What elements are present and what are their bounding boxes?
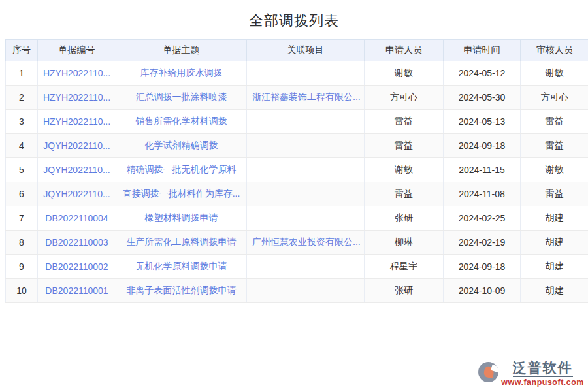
cell-apply_date: 2024-09-18 (444, 255, 521, 279)
doc-no-link[interactable]: HZYH2022110... (43, 68, 110, 78)
doc-no-link[interactable]: JQYH2022110... (43, 165, 110, 175)
cell-project (247, 61, 365, 86)
table-row: 8DB2022110003生产所需化工原料调拨申请广州恒慧农业投资有限公...柳… (6, 231, 588, 255)
subject-link[interactable]: 销售所需化学材料调拨 (136, 116, 227, 126)
cell-applicant: 雷益 (365, 134, 444, 158)
cell-seq: 10 (6, 279, 38, 303)
subject-link[interactable]: 直接调拨一批材料作为库存... (123, 188, 240, 199)
cell-reviewer: 谢敏 (521, 61, 588, 86)
subject-link[interactable]: 化学试剂精确调拨 (145, 140, 218, 150)
vendor-url: www.fanpusoft.com (501, 378, 584, 387)
cell-seq: 7 (6, 206, 38, 231)
cell-doc_no: DB2022110001 (38, 279, 116, 303)
doc-no-link[interactable]: DB2022110002 (45, 261, 108, 272)
table-body: 1HZYH2022110...库存补给用胶水调拨谢敏2024-05-12谢敏2H… (6, 61, 588, 303)
cell-subject: 销售所需化学材料调拨 (116, 110, 247, 134)
cell-subject: 汇总调拨一批涂料喷漆 (116, 86, 247, 110)
doc-no-link[interactable]: JQYH2022110... (43, 140, 110, 151)
cell-subject: 库存补给用胶水调拨 (116, 61, 247, 86)
cell-applicant: 雷益 (365, 110, 444, 134)
cell-subject: 生产所需化工原料调拨申请 (116, 231, 247, 255)
cell-seq: 6 (6, 182, 38, 206)
table-row: 6JQYH2022110...直接调拨一批材料作为库存...雷益2024-11-… (6, 182, 588, 206)
cell-project: 浙江裕鑫装饰工程有限公... (247, 86, 365, 110)
doc-no-link[interactable]: DB2022110004 (45, 213, 108, 223)
column-header-reviewer: 审核人员 (521, 40, 588, 61)
column-header-doc_no: 单据编号 (38, 40, 116, 61)
cell-seq: 4 (6, 134, 38, 158)
cell-reviewer: 谢敏 (521, 158, 588, 182)
cell-reviewer: 方可心 (521, 86, 588, 110)
cell-seq: 2 (6, 86, 38, 110)
subject-link[interactable]: 无机化学原料调拨申请 (136, 261, 227, 271)
cell-project (247, 206, 365, 231)
cell-apply_date: 2024-02-19 (444, 231, 521, 255)
cell-seq: 8 (6, 231, 38, 255)
cell-doc_no: HZYH2022110... (38, 86, 116, 110)
cell-subject: 化学试剂精确调拨 (116, 134, 247, 158)
doc-no-link[interactable]: DB2022110001 (45, 286, 108, 296)
cell-doc_no: DB2022110003 (38, 231, 116, 255)
subject-link[interactable]: 橡塑材料调拨申请 (145, 212, 218, 223)
cell-applicant: 谢敏 (365, 158, 444, 182)
cell-project (247, 182, 365, 206)
cell-reviewer: 胡建 (521, 255, 588, 279)
cell-subject: 非离子表面活性剂调拨申请 (116, 279, 247, 303)
project-link[interactable]: 浙江裕鑫装饰工程有限公... (252, 91, 361, 102)
table-row: 7DB2022110004橡塑材料调拨申请张研2024-02-25胡建 (6, 206, 588, 231)
subject-link[interactable]: 库存补给用胶水调拨 (140, 67, 223, 78)
cell-applicant: 张研 (365, 206, 444, 231)
cell-doc_no: JQYH2022110... (38, 134, 116, 158)
cell-project (247, 255, 365, 279)
cell-seq: 5 (6, 158, 38, 182)
column-header-apply_date: 申请时间 (444, 40, 521, 61)
table-row: 2HZYH2022110...汇总调拨一批涂料喷漆浙江裕鑫装饰工程有限公...方… (6, 86, 588, 110)
vendor-logo: 泛普软件 www.fanpusoft.com (478, 360, 584, 387)
cell-project: 广州恒慧农业投资有限公... (247, 231, 365, 255)
fanpu-logo-icon (478, 362, 498, 382)
subject-link[interactable]: 非离子表面活性剂调拨申请 (127, 285, 237, 295)
cell-reviewer: 胡建 (521, 231, 588, 255)
cell-reviewer: 胡建 (521, 279, 588, 303)
doc-no-link[interactable]: JQYH2022110... (43, 189, 110, 199)
table-row: 1HZYH2022110...库存补给用胶水调拨谢敏2024-05-12谢敏 (6, 61, 588, 86)
cell-applicant: 柳琳 (365, 231, 444, 255)
cell-applicant: 方可心 (365, 86, 444, 110)
cell-apply_date: 2024-05-12 (444, 61, 521, 86)
cell-applicant: 张研 (365, 279, 444, 303)
cell-doc_no: JQYH2022110... (38, 182, 116, 206)
cell-reviewer: 雷益 (521, 182, 588, 206)
table-row: 10DB2022110001非离子表面活性剂调拨申请张研2024-10-09胡建 (6, 279, 588, 303)
doc-no-link[interactable]: HZYH2022110... (43, 116, 110, 127)
doc-no-link[interactable]: DB2022110003 (45, 237, 108, 248)
cell-apply_date: 2024-09-18 (444, 134, 521, 158)
cell-subject: 精确调拨一批无机化学原料 (116, 158, 247, 182)
project-link[interactable]: 广州恒慧农业投资有限公... (252, 237, 361, 247)
cell-doc_no: HZYH2022110... (38, 110, 116, 134)
cell-applicant: 雷益 (365, 182, 444, 206)
table-row: 9DB2022110002无机化学原料调拨申请程星宇2024-09-18胡建 (6, 255, 588, 279)
cell-apply_date: 2024-11-08 (444, 182, 521, 206)
cell-seq: 1 (6, 61, 38, 86)
cell-applicant: 程星宇 (365, 255, 444, 279)
cell-doc_no: JQYH2022110... (38, 158, 116, 182)
subject-link[interactable]: 汇总调拨一批涂料喷漆 (136, 91, 227, 102)
cell-applicant: 谢敏 (365, 61, 444, 86)
subject-link[interactable]: 生产所需化工原料调拨申请 (127, 237, 237, 247)
cell-seq: 9 (6, 255, 38, 279)
table-row: 5JQYH2022110...精确调拨一批无机化学原料谢敏2024-11-15谢… (6, 158, 588, 182)
page-title: 全部调拨列表 (0, 0, 588, 39)
cell-project (247, 158, 365, 182)
cell-project (247, 110, 365, 134)
subject-link[interactable]: 精确调拨一批无机化学原料 (127, 164, 237, 174)
cell-project (247, 134, 365, 158)
cell-apply_date: 2024-11-15 (444, 158, 521, 182)
cell-reviewer: 胡建 (521, 206, 588, 231)
cell-reviewer: 雷益 (521, 134, 588, 158)
column-header-applicant: 申请人员 (365, 40, 444, 61)
doc-no-link[interactable]: HZYH2022110... (43, 92, 110, 103)
cell-doc_no: HZYH2022110... (38, 61, 116, 86)
column-header-subject: 单据主题 (116, 40, 247, 61)
cell-doc_no: DB2022110004 (38, 206, 116, 231)
cell-subject: 无机化学原料调拨申请 (116, 255, 247, 279)
